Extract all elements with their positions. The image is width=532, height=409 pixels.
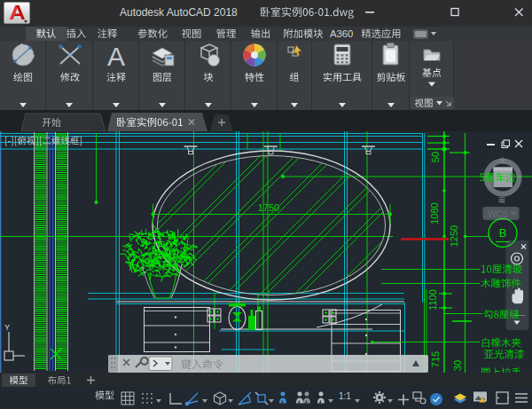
svg-text:WCS: WCS	[488, 209, 509, 219]
svg-text:B: B	[499, 226, 507, 240]
svg-text:30: 30	[452, 360, 463, 371]
svg-text:50: 50	[430, 152, 441, 162]
svg-text:Y: Y	[4, 323, 10, 332]
svg-text:1080: 1080	[429, 202, 440, 224]
svg-text:1750: 1750	[258, 202, 279, 213]
svg-text:1:1: 1:1	[339, 391, 351, 401]
svg-text:715: 715	[430, 351, 441, 367]
svg-text:1100: 1100	[427, 289, 438, 311]
svg-text:1250: 1250	[449, 225, 459, 247]
